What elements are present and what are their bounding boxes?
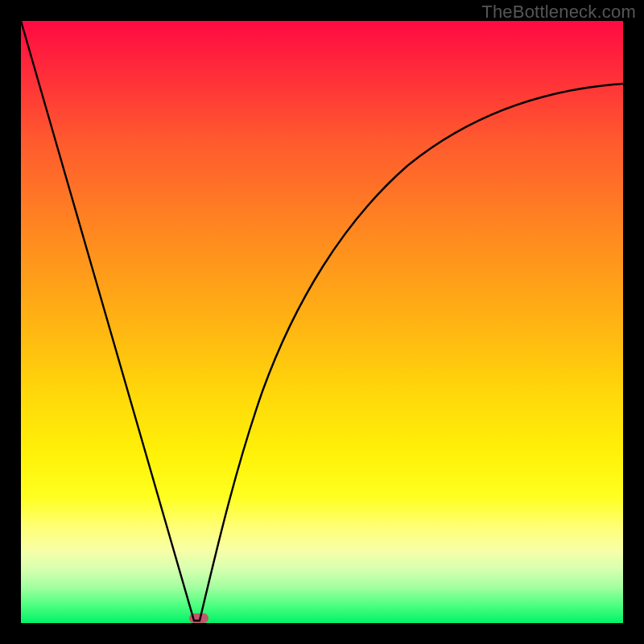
bottleneck-curve: [21, 21, 623, 623]
watermark-text: TheBottleneck.com: [481, 2, 636, 23]
plot-area: [21, 21, 623, 623]
curve-path: [21, 21, 623, 621]
